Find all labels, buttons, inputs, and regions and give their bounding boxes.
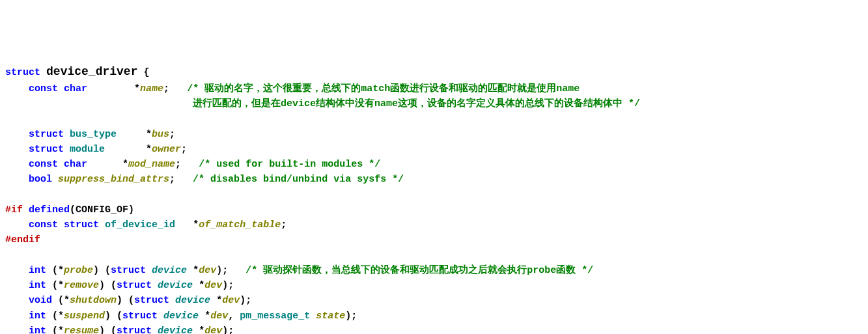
code-block: struct device_driver { const char *name;… (5, 63, 863, 334)
type-device: device (152, 265, 187, 276)
keyword-struct: struct (64, 219, 99, 230)
punct: ) ( (117, 295, 134, 306)
code-line: struct device_driver { (5, 67, 149, 78)
punct: ); (222, 280, 234, 291)
code-line: int (*suspend) (struct device *dev, pm_m… (5, 311, 357, 322)
punct: ) ( (93, 265, 111, 276)
type-device: device (175, 295, 210, 306)
keyword-int: int (29, 326, 46, 334)
keyword-struct: struct (122, 311, 158, 322)
punct: (* (46, 311, 64, 322)
code-line: const char *mod_name; /* used for built-… (5, 159, 380, 170)
keyword-bool: bool (29, 174, 52, 185)
star: * (187, 265, 199, 276)
punct: ; (169, 129, 175, 140)
code-line: #endif (5, 234, 40, 245)
code-line: const struct of_device_id *of_match_tabl… (5, 219, 287, 230)
code-line: int (*remove) (struct device *dev); (5, 280, 234, 291)
comment: /* used for built-in modules */ (199, 159, 380, 170)
field-suspend: suspend (64, 311, 105, 322)
keyword-struct: struct (5, 67, 40, 78)
punct: ); (345, 311, 357, 322)
punct: (* (46, 280, 64, 291)
code-line: void (*shutdown) (struct device *dev); (5, 295, 251, 306)
star: * (146, 129, 152, 140)
punct: (* (52, 295, 70, 306)
code-line: 进行匹配的，但是在device结构体中没有name这项，设备的名字定义具体的总线… (5, 98, 640, 109)
comment: /* 驱动的名字，这个很重要，总线下的match函数进行设备和驱动的匹配时就是使… (187, 83, 580, 94)
field-probe: probe (64, 265, 93, 276)
type-device-driver: device_driver (46, 65, 137, 78)
keyword-int: int (29, 265, 46, 276)
punct: ; (163, 83, 187, 94)
code-line: const char *name; /* 驱动的名字，这个很重要，总线下的mat… (5, 83, 580, 94)
arg-dev: dev (222, 295, 240, 306)
pp-if: #if (5, 204, 23, 216)
keyword-int: int (29, 311, 46, 322)
star: * (193, 280, 204, 291)
type-bus-type: bus_type (70, 129, 117, 140)
field-name: name (140, 83, 163, 94)
punct: ; (181, 144, 187, 155)
type-device: device (163, 311, 199, 322)
star: * (134, 83, 140, 94)
keyword-const: const (29, 159, 58, 170)
keyword-struct: struct (111, 265, 146, 276)
punct: ); (216, 265, 245, 276)
type-device: device (158, 326, 193, 334)
keyword-struct: struct (134, 295, 169, 306)
punct: { (137, 67, 149, 78)
space (310, 311, 316, 322)
keyword-const: const (29, 83, 58, 94)
field-bus: bus (152, 129, 169, 140)
field-remove: remove (64, 280, 99, 291)
pp-endif: #endif (5, 234, 40, 245)
keyword-struct: struct (29, 144, 64, 155)
pp-defined: defined (29, 204, 70, 216)
punct: (* (46, 326, 64, 334)
star: * (199, 311, 210, 322)
keyword-struct: struct (117, 280, 152, 291)
star: * (210, 295, 222, 306)
punct: ) ( (105, 311, 122, 322)
field-owner: owner (152, 144, 181, 155)
punct: ; (281, 219, 287, 230)
code-line: #if defined(CONFIG_OF) (5, 204, 134, 216)
arg-dev: dev (199, 265, 216, 276)
star: * (146, 144, 152, 155)
arg-state: state (316, 311, 345, 322)
type-pm-message-t: pm_message_t (240, 311, 310, 322)
punct: ) ( (99, 280, 117, 291)
punct: ) ( (99, 326, 117, 334)
code-line: int (*probe) (struct device *dev); /* 驱动… (5, 265, 593, 276)
star: * (122, 159, 128, 170)
punct: (* (46, 265, 64, 276)
keyword-char: char (64, 159, 87, 170)
punct: ); (222, 326, 234, 334)
arg-dev: dev (204, 280, 222, 291)
type-of-device-id: of_device_id (105, 219, 175, 230)
code-line: struct bus_type *bus; (5, 129, 175, 140)
comment: 进行匹配的，但是在device结构体中没有name这项，设备的名字定义具体的总线… (193, 98, 640, 109)
punct: ) (128, 204, 134, 216)
field-resume: resume (64, 326, 99, 334)
keyword-struct: struct (117, 326, 152, 334)
punct: ( (70, 204, 76, 216)
arg-dev: dev (210, 311, 228, 322)
code-line: int (*resume) (struct device *dev); (5, 326, 234, 334)
type-module: module (70, 144, 105, 155)
type-device: device (158, 280, 193, 291)
keyword-const: const (29, 219, 58, 230)
arg-dev: dev (204, 326, 222, 334)
punct: ); (240, 295, 251, 306)
code-line: bool suppress_bind_attrs; /* disables bi… (5, 174, 404, 185)
field-shutdown: shutdown (70, 295, 117, 306)
punct: ; (169, 174, 193, 185)
punct: , (228, 311, 240, 322)
field-suppress-bind-attrs: suppress_bind_attrs (58, 174, 169, 185)
comment: /* disables bind/unbind via sysfs */ (193, 174, 404, 185)
star: * (193, 219, 199, 230)
field-of-match-table: of_match_table (199, 219, 281, 230)
keyword-int: int (29, 280, 46, 291)
keyword-struct: struct (29, 129, 64, 140)
